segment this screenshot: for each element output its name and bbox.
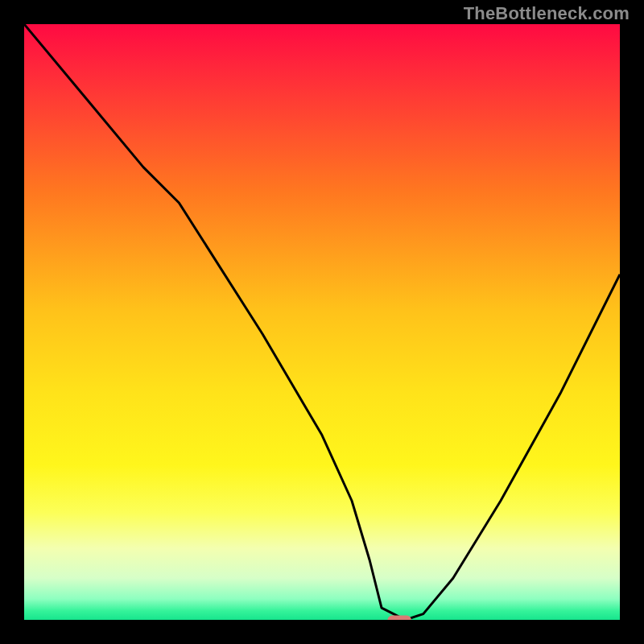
sweet-spot-marker [387,616,411,621]
watermark-text: TheBottleneck.com [464,3,630,24]
chart-stage: TheBottleneck.com [0,0,644,644]
plot-area [24,24,620,620]
chart-svg [24,24,620,620]
gradient-background [24,24,620,620]
